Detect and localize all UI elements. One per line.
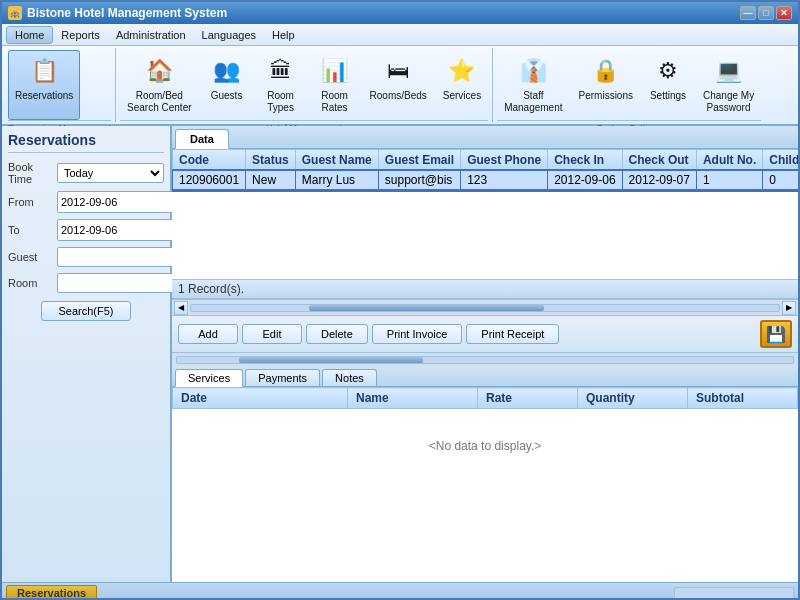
scroll-track[interactable] [190,304,780,312]
book-time-row: Book Time Today This Week This Month All [8,161,164,185]
menu-home[interactable]: Home [6,26,53,44]
app-icon: 🏨 [8,6,22,20]
print-receipt-button[interactable]: Print Receipt [466,324,559,344]
cell-check-in: 2012-09-06 [548,171,622,190]
toolbar-btn-permissions[interactable]: 🔒 Permissions [572,50,640,120]
services-icon: ⭐ [446,55,478,87]
menu-help[interactable]: Help [264,27,303,43]
room-row: Room [8,273,164,293]
col-guest-name: Guest Name [295,150,378,171]
cell-guest-email: support@bis [378,171,460,190]
bottom-col-subtotal: Subtotal [688,388,798,409]
room-label: Room [8,277,53,289]
col-check-in: Check In [548,150,622,171]
rooms-beds-icon: 🛏 [382,55,414,87]
scroll-thumb [309,305,544,311]
edit-button[interactable]: Edit [242,324,302,344]
reservations-table: Code Status Guest Name Guest Email Guest… [172,149,798,190]
toolbar-btn-room-rates[interactable]: 📊 RoomRates [309,50,361,120]
toolbar-btn-room-types[interactable]: 🏛 RoomTypes [255,50,307,120]
settings-icon: ⚙ [652,55,684,87]
col-adult-no: Adult No. [696,150,762,171]
book-time-select[interactable]: Today This Week This Month All [57,163,164,183]
menu-languages[interactable]: Languages [194,27,264,43]
window-title: Bistone Hotel Management System [27,6,227,20]
toolbar-section-system-settings: 👔 StaffManagement 🔒 Permissions ⚙ Settin… [495,48,765,122]
minimize-button[interactable]: — [740,6,756,20]
data-table-container[interactable]: Code Status Guest Name Guest Email Guest… [172,149,798,279]
services-table: Date Name Rate Quantity Subtotal <No dat… [172,387,798,483]
room-types-label: RoomTypes [267,90,294,114]
guests-icon: 👥 [211,55,243,87]
bottom-tab-bar: Services Payments Notes [172,366,798,387]
tab-payments[interactable]: Payments [245,369,320,386]
no-data-message: <No data to display.> [173,409,798,483]
guest-row: Guest [8,247,164,267]
maximize-button[interactable]: □ [758,6,774,20]
save-button[interactable]: 💾 [760,320,792,348]
action-scroll-bar [172,352,798,366]
table-row[interactable]: 120906001 New Marry Lus support@bis 123 … [173,171,799,190]
cell-child-no: 0 [763,171,798,190]
cell-code: 120906001 [173,171,246,190]
delete-button[interactable]: Delete [306,324,368,344]
bottom-table-container: Date Name Rate Quantity Subtotal <No dat… [172,387,798,582]
left-panel-title: Reservations [8,132,164,153]
status-bar: Reservations [2,582,798,600]
room-rates-label: RoomRates [321,90,348,114]
add-button[interactable]: Add [178,324,238,344]
col-guest-email: Guest Email [378,150,460,171]
close-button[interactable]: ✕ [776,6,792,20]
cell-adult-no: 1 [696,171,762,190]
toolbar-btn-staff-management[interactable]: 👔 StaffManagement [497,50,569,120]
scroll-right-arrow[interactable]: ▶ [782,301,796,315]
scroll-left-arrow[interactable]: ◀ [174,301,188,315]
status-scrollbar[interactable] [674,587,794,599]
permissions-icon: 🔒 [590,55,622,87]
col-child-no: Child No. [763,150,798,171]
cell-guest-phone: 123 [461,171,548,190]
horizontal-scrollbar[interactable]: ◀ ▶ [172,299,798,315]
toolbar-btn-rooms-beds[interactable]: 🛏 Rooms/Beds [363,50,434,120]
reservations-label: Reservations [15,90,73,102]
print-invoice-button[interactable]: Print Invoice [372,324,463,344]
col-check-out: Check Out [622,150,696,171]
record-count-bar: 1 Record(s). [172,279,798,299]
bottom-col-date: Date [173,388,348,409]
left-panel: Reservations Book Time Today This Week T… [2,126,172,582]
bottom-col-name: Name [348,388,478,409]
tab-data[interactable]: Data [175,129,229,149]
action-scroll-track[interactable] [176,356,794,364]
toolbar-section-hotel-management: 🏠 Room/BedSearch Center 👥 Guests 🏛 RoomT… [118,48,493,122]
permissions-label: Permissions [579,90,633,102]
staff-management-label: StaffManagement [504,90,562,114]
rooms-beds-label: Rooms/Beds [370,90,427,102]
menu-bar: Home Reports Administration Languages He… [2,24,798,46]
tab-notes[interactable]: Notes [322,369,377,386]
cell-check-out: 2012-09-07 [622,171,696,190]
action-scroll-thumb [239,357,424,363]
cell-guest-name: Marry Lus [295,171,378,190]
menu-reports[interactable]: Reports [53,27,108,43]
toolbar-btn-room-bed-search[interactable]: 🏠 Room/BedSearch Center [120,50,198,120]
action-bar: Add Edit Delete Print Invoice Print Rece… [172,315,798,352]
tab-services[interactable]: Services [175,369,243,387]
status-label: Reservations [6,585,97,601]
bottom-col-rate: Rate [478,388,578,409]
toolbar: 📋 Reservations Reservation Management 🏠 … [2,46,798,126]
search-button[interactable]: Search(F5) [41,301,130,321]
toolbar-btn-change-password[interactable]: 💻 Change MyPassword [696,50,761,120]
reservations-icon: 📋 [28,55,60,87]
toolbar-btn-reservations[interactable]: 📋 Reservations [8,50,80,120]
toolbar-btn-services[interactable]: ⭐ Services [436,50,488,120]
room-types-icon: 🏛 [265,55,297,87]
from-row: From ▼ [8,191,164,213]
toolbar-btn-guests[interactable]: 👥 Guests [201,50,253,120]
menu-administration[interactable]: Administration [108,27,194,43]
change-password-icon: 💻 [713,55,745,87]
record-count: 1 Record(s). [178,282,244,296]
toolbar-btn-settings[interactable]: ⚙ Settings [642,50,694,120]
right-panel: Data Code Status Guest Name Guest Email … [172,126,798,582]
change-password-label: Change MyPassword [703,90,754,114]
book-time-label: Book Time [8,161,53,185]
